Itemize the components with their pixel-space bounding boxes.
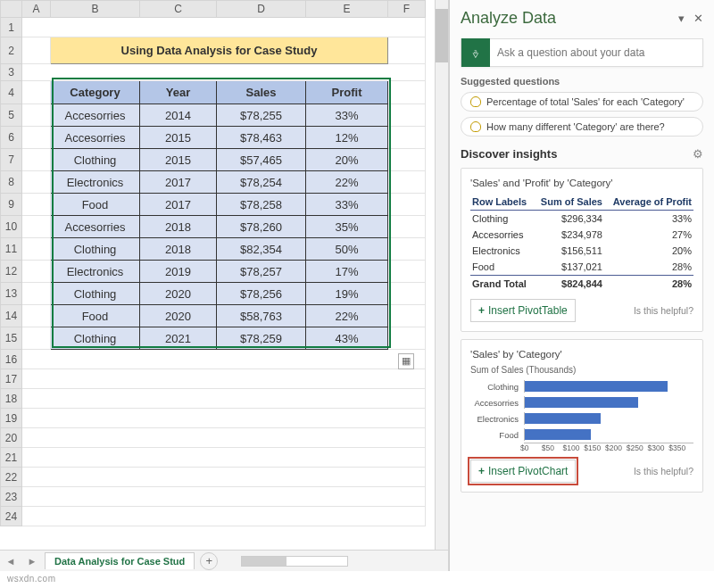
cell[interactable]: $78,463 [217,127,306,149]
row-header[interactable]: 16 [1,350,22,369]
cell[interactable]: 2014 [140,104,217,127]
cell[interactable]: Accesorries [51,104,140,127]
cell[interactable]: 50% [306,238,388,261]
cell[interactable]: Food [51,305,140,327]
row-header[interactable]: 19 [1,409,22,428]
cell[interactable]: 22% [306,305,388,327]
cell[interactable]: 2020 [140,305,217,327]
row-header[interactable]: 2 [1,37,22,64]
col-sales-header[interactable]: Sales [217,81,306,104]
cell[interactable]: 2019 [140,261,217,283]
helpful-link[interactable]: Is this helpful? [634,305,693,316]
cell[interactable]: $78,255 [217,104,306,127]
cell[interactable]: Clothing [51,238,140,261]
cell[interactable]: $82,354 [217,238,306,261]
ask-input[interactable] [490,46,702,59]
cell[interactable]: 20% [306,149,388,171]
cell[interactable]: 2015 [140,127,217,149]
tab-nav-next-icon[interactable]: ► [21,551,43,571]
row-header[interactable]: 14 [1,305,22,327]
cell[interactable]: 43% [306,327,388,350]
row-header[interactable]: 11 [1,238,22,261]
row-header[interactable]: 15 [1,327,22,350]
insert-pivotchart-button[interactable]: +Insert PivotChart [470,460,576,483]
col-header-C[interactable]: C [140,1,217,18]
cell[interactable]: 22% [306,171,388,194]
cell[interactable]: $78,259 [217,327,306,350]
row-header[interactable]: 22 [1,468,22,487]
horizontal-scrollbar[interactable] [241,556,348,567]
row-header[interactable]: 4 [1,81,22,104]
col-header-E[interactable]: E [306,1,388,18]
grid[interactable]: A B C D E F 1 2Using Data Analysis for C… [0,0,426,526]
row-header[interactable]: 8 [1,171,22,194]
row-header[interactable]: 17 [1,369,22,389]
col-year-header[interactable]: Year [140,81,217,104]
row-header[interactable]: 1 [1,18,22,37]
cell[interactable]: 2021 [140,327,217,350]
cell[interactable]: 17% [306,261,388,283]
pane-options-icon[interactable]: ▾ [678,12,685,25]
insert-pivottable-button[interactable]: +Insert PivotTable [470,299,576,322]
close-icon[interactable]: ✕ [693,12,703,25]
add-sheet-button[interactable]: + [200,552,218,570]
pivot-header: Row Labels [470,194,534,211]
cell[interactable]: 35% [306,216,388,238]
cell[interactable]: $78,257 [217,261,306,283]
cell[interactable]: 2017 [140,171,217,194]
tab-nav-prev-icon[interactable]: ◄ [0,551,21,571]
title-cell[interactable]: Using Data Analysis for Case Study [51,37,388,64]
col-header-B[interactable]: B [51,1,140,18]
row-header[interactable]: 21 [1,448,22,468]
row-header[interactable]: 6 [1,127,22,149]
cell[interactable]: Food [51,194,140,216]
row-header[interactable]: 9 [1,194,22,216]
quick-analysis-icon[interactable]: ▦ [398,353,414,369]
col-category-header[interactable]: Category [51,81,140,104]
col-profit-header[interactable]: Profit [306,81,388,104]
cell[interactable]: 12% [306,127,388,149]
suggestion-item[interactable]: How many different 'Category' are there? [461,117,703,137]
row-header[interactable]: 12 [1,261,22,283]
cell[interactable]: $78,260 [217,216,306,238]
cell[interactable]: 19% [306,283,388,305]
vertical-scrollbar[interactable] [435,0,448,550]
col-header-D[interactable]: D [217,1,306,18]
cell[interactable]: $78,258 [217,194,306,216]
sheet-tab-active[interactable]: Data Analysis for Case Stud [45,552,195,569]
row-header[interactable]: 20 [1,428,22,448]
cell[interactable]: $57,465 [217,149,306,171]
cell[interactable]: 2018 [140,216,217,238]
cell[interactable]: Clothing [51,283,140,305]
cell[interactable]: Accesorries [51,216,140,238]
cell[interactable]: 2017 [140,194,217,216]
row-header[interactable]: 24 [1,507,22,526]
col-header-A[interactable]: A [22,1,51,18]
cell[interactable]: 2018 [140,238,217,261]
cell[interactable]: Clothing [51,327,140,350]
row-header[interactable]: 7 [1,149,22,171]
cell[interactable]: 2020 [140,283,217,305]
row-header[interactable]: 3 [1,64,22,81]
row-header[interactable]: 18 [1,389,22,409]
select-all-corner[interactable] [1,1,22,18]
cell[interactable]: $58,763 [217,305,306,327]
cell[interactable]: Electronics [51,171,140,194]
helpful-link[interactable]: Is this helpful? [634,466,693,476]
row-header[interactable]: 13 [1,283,22,305]
cell[interactable]: 33% [306,194,388,216]
cell[interactable]: Electronics [51,261,140,283]
row-header[interactable]: 5 [1,104,22,127]
cell[interactable]: 33% [306,104,388,127]
row-header[interactable]: 10 [1,216,22,238]
ask-box[interactable]: ⎀ [461,38,703,67]
row-header[interactable]: 23 [1,487,22,507]
cell[interactable]: $78,254 [217,171,306,194]
suggestion-item[interactable]: Percentage of total 'Sales' for each 'Ca… [461,92,703,112]
cell[interactable]: $78,256 [217,283,306,305]
cell[interactable]: 2015 [140,149,217,171]
cell[interactable]: Clothing [51,149,140,171]
gear-icon[interactable]: ⚙ [693,147,703,161]
col-header-F[interactable]: F [388,1,426,18]
cell[interactable]: Accesorries [51,127,140,149]
